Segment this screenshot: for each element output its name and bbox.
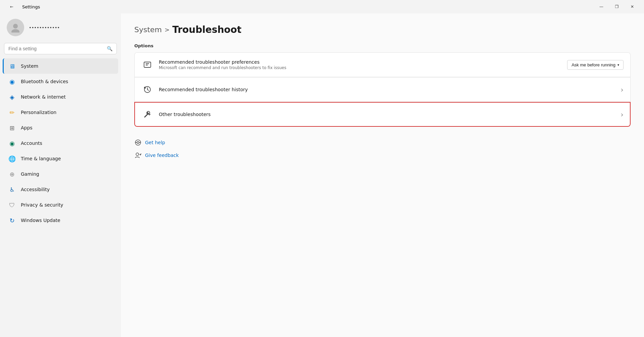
help-link-give-feedback[interactable]: Give feedback [134,150,631,160]
option-other-troubleshooters[interactable]: Other troubleshooters› [134,102,631,127]
svg-point-1 [11,29,19,33]
recommended-history-text: Recommended troubleshooter history [159,87,615,92]
recommended-history-icon [141,83,153,96]
sidebar-item-label-accessibility: Accessibility [21,187,50,192]
back-button[interactable]: ← [4,1,19,12]
svg-point-0 [13,24,18,29]
sidebar-item-label-apps: Apps [21,125,33,130]
sidebar-item-label-bluetooth: Bluetooth & devices [21,79,68,84]
help-link-get-help[interactable]: Get help [134,137,631,148]
recommended-history-title: Recommended troubleshooter history [159,87,615,92]
time-icon: 🌐 [8,155,16,163]
sidebar-item-label-time: Time & language [21,156,61,161]
accessibility-icon: ♿ [8,185,16,193]
window-controls: — ❐ ✕ [594,1,640,12]
help-links: Get help Give feedback [134,137,631,160]
search-icon: 🔍 [107,46,112,51]
nav-list: 🖥System◉Bluetooth & devices◈Network & in… [3,58,118,228]
user-section: •••••••••••• [3,13,118,43]
bluetooth-icon: ◉ [8,77,16,86]
apps-icon: ⊞ [8,124,16,132]
sidebar-item-label-privacy: Privacy & security [21,202,63,208]
update-icon: ↻ [8,216,16,224]
recommended-prefs-text: Recommended troubleshooter preferencesMi… [159,59,562,70]
recommended-prefs-desc: Microsoft can recommend and run troubles… [159,65,562,70]
recommended-history-chevron: › [620,86,624,94]
sidebar-item-apps[interactable]: ⊞Apps [3,120,118,135]
breadcrumb-parent: System [134,25,162,34]
minimize-button[interactable]: — [594,1,609,12]
sidebar-item-label-system: System [21,63,38,69]
other-troubleshooters-chevron: › [620,110,624,119]
main-content: System > Troubleshoot Options Recommende… [121,13,644,337]
other-troubleshooters-text: Other troubleshooters [159,112,615,117]
give-feedback-label: Give feedback [145,153,179,158]
user-name: •••••••••••• [29,25,60,30]
option-recommended-prefs[interactable]: Recommended troubleshooter preferencesMi… [134,52,631,77]
close-button[interactable]: ✕ [625,1,640,12]
option-recommended-history[interactable]: Recommended troubleshooter history› [134,77,631,102]
sidebar-item-system[interactable]: 🖥System [3,58,118,74]
system-icon: 🖥 [8,62,16,70]
sidebar-item-bluetooth[interactable]: ◉Bluetooth & devices [3,74,118,89]
get-help-label: Get help [145,140,165,145]
section-label: Options [134,43,631,48]
privacy-icon: 🛡 [8,201,16,209]
recommended-prefs-icon [141,59,153,71]
svg-point-8 [137,142,139,144]
network-icon: ◈ [8,93,16,101]
sidebar-item-label-gaming: Gaming [21,171,39,177]
svg-line-6 [145,113,148,117]
app-container: •••••••••••• 🔍 🖥System◉Bluetooth & devic… [0,13,644,337]
search-input[interactable] [8,46,104,51]
page-title: Troubleshoot [172,24,241,35]
recommended-prefs-title: Recommended troubleshooter preferences [159,59,562,65]
get-help-icon [134,139,142,146]
svg-point-11 [136,153,139,156]
svg-rect-2 [144,62,151,67]
recommended-prefs-dropdown[interactable]: Ask me before running ▾ [567,60,624,70]
personalization-icon: ✏ [8,108,16,116]
titlebar: ← Settings — ❐ ✕ [0,0,644,13]
maximize-button[interactable]: ❐ [609,1,625,12]
options-list: Recommended troubleshooter preferencesMi… [134,52,631,127]
sidebar-item-accessibility[interactable]: ♿Accessibility [3,182,118,197]
sidebar-item-label-accounts: Accounts [21,141,42,146]
sidebar-item-label-network: Network & internet [21,94,66,100]
avatar [7,19,24,36]
back-icon: ← [10,4,13,9]
sidebar-item-network[interactable]: ◈Network & internet [3,89,118,105]
sidebar-item-personalization[interactable]: ✏Personalization [3,105,118,120]
sidebar-item-gaming[interactable]: ⊕Gaming [3,166,118,182]
breadcrumb-separator: > [165,26,170,33]
sidebar-item-accounts[interactable]: ◉Accounts [3,135,118,151]
sidebar-item-label-personalization: Personalization [21,110,56,115]
sidebar-item-label-update: Windows Update [21,218,60,223]
sidebar: •••••••••••• 🔍 🖥System◉Bluetooth & devic… [0,13,121,337]
sidebar-item-update[interactable]: ↻Windows Update [3,213,118,228]
app-title: Settings [22,4,40,9]
breadcrumb: System > Troubleshoot [134,24,631,35]
sidebar-item-privacy[interactable]: 🛡Privacy & security [3,197,118,213]
sidebar-item-time[interactable]: 🌐Time & language [3,151,118,166]
give-feedback-icon [134,152,142,159]
other-troubleshooters-title: Other troubleshooters [159,112,615,117]
accounts-icon: ◉ [8,139,16,147]
titlebar-left: ← Settings [4,1,40,12]
search-box[interactable]: 🔍 [4,43,117,54]
other-troubleshooters-icon [141,108,153,120]
gaming-icon: ⊕ [8,170,16,178]
